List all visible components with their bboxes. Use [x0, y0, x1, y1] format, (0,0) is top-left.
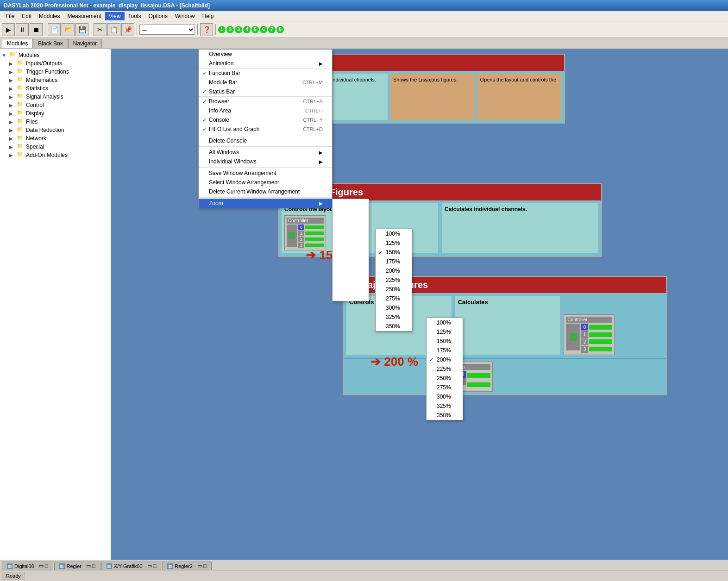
tab-blackbox[interactable]: Black Box	[33, 39, 68, 48]
menu-all-windows[interactable]: All Windows ▶	[199, 148, 332, 157]
menu-view[interactable]: View	[105, 12, 125, 20]
tree-expander-io[interactable]: ▶	[9, 61, 17, 66]
tree-data-reduction[interactable]: ▶ 📁 Data Reduction	[0, 126, 111, 134]
zoom2-325[interactable]: 325%	[376, 312, 412, 322]
stop-button[interactable]: ⏹	[30, 23, 43, 36]
tree-expander-special[interactable]: ▶	[9, 144, 17, 150]
save-button[interactable]: 💾	[75, 23, 88, 36]
menu-save-window[interactable]: Save Window Arrangement	[199, 169, 332, 178]
open-button[interactable]: 📂	[62, 23, 75, 36]
zoom3-325[interactable]: 325%	[427, 401, 463, 411]
tree-statistics[interactable]: ▶ 📁 Statistics	[0, 84, 111, 93]
pause-button[interactable]: ⏸	[16, 23, 29, 36]
tree-expander-files[interactable]: ▶	[9, 119, 17, 125]
zoom-100[interactable]: ✓100%	[333, 199, 369, 208]
menu-help[interactable]: Help	[199, 12, 218, 20]
menu-module-bar[interactable]: Module Bar CTRL+M	[199, 78, 332, 87]
zoom2-100[interactable]: 100%	[376, 229, 412, 238]
zoom3-175[interactable]: 175%	[427, 346, 463, 355]
nav-tab-regler[interactable]: ▦ Regler ▭ □	[54, 562, 100, 570]
menu-console[interactable]: ✓ Console CTRL+Y	[199, 115, 332, 125]
tree-expander-addon[interactable]: ▶	[9, 153, 17, 158]
menu-edit[interactable]: Edit	[18, 12, 35, 20]
zoom3-225[interactable]: 225%	[427, 364, 463, 374]
zoom2-125[interactable]: 125%	[376, 238, 412, 248]
zoom3-300[interactable]: 300%	[427, 392, 463, 401]
tree-modules[interactable]: ▼ 📁 Modules	[0, 51, 111, 59]
zoom3-200[interactable]: ✓200%	[427, 355, 463, 364]
menu-overview[interactable]: Overview	[199, 50, 332, 59]
tree-expander-network[interactable]: ▶	[9, 136, 17, 141]
tree-expander-data-reduction[interactable]: ▶	[9, 128, 17, 133]
nav-tab-controls-xygrafik[interactable]: ▭ □	[147, 563, 157, 569]
zoom3-100[interactable]: 100%	[427, 318, 463, 327]
menu-animation[interactable]: Animation ▶	[199, 59, 332, 68]
nav-tab-xygrafik[interactable]: ▦ X/Y-Grafik00 ▭ □	[101, 562, 162, 570]
zoom-200[interactable]: 200%	[333, 236, 369, 245]
tree-special[interactable]: ▶ 📁 Special	[0, 143, 111, 151]
zoom-250[interactable]: 250%	[333, 255, 369, 264]
tree-expander-math[interactable]: ▶	[9, 78, 17, 83]
tree-control[interactable]: ▶ 📁 Control	[0, 101, 111, 109]
menu-measurement[interactable]: Measurement	[63, 12, 105, 20]
help-toolbar-button[interactable]: ❓	[200, 23, 213, 36]
zoom2-225[interactable]: 225%	[376, 275, 412, 285]
tree-signal-analysis[interactable]: ▶ 📁 Signal Analysis	[0, 93, 111, 101]
menu-delete-console[interactable]: Delete Console	[199, 136, 332, 145]
zoom3-350[interactable]: 350%	[427, 411, 463, 420]
menu-options[interactable]: Options	[145, 12, 171, 20]
toolbar-dropdown[interactable]: —	[139, 25, 195, 35]
tree-mathematics[interactable]: ▶ 📁 Mathematics	[0, 76, 111, 84]
tab-navigator[interactable]: Navigator	[68, 39, 102, 48]
cut-button[interactable]: ✂	[94, 23, 107, 36]
new-button[interactable]: 📄	[48, 23, 61, 36]
zoom-325[interactable]: 325%	[333, 282, 369, 292]
zoom-275[interactable]: 275%	[333, 264, 369, 273]
menu-fifo[interactable]: ✓ FIFO List and Graph CTRL+D	[199, 125, 332, 134]
zoom-300[interactable]: 300%	[333, 273, 369, 282]
menu-delete-window[interactable]: Delete Current Window Arrangement	[199, 187, 332, 196]
menu-tools[interactable]: Tools	[125, 12, 145, 20]
nav-tab-controls-regler2[interactable]: ▭ □	[197, 563, 207, 569]
copy-button[interactable]: 📋	[107, 23, 120, 36]
tree-expander-signal[interactable]: ▶	[9, 94, 17, 100]
menu-file[interactable]: File	[2, 12, 18, 20]
tree-expander-stats[interactable]: ▶	[9, 86, 17, 91]
zoom2-175[interactable]: 175%	[376, 257, 412, 266]
menu-modules[interactable]: Modules	[35, 12, 63, 20]
menu-select-window[interactable]: Select Window Arrangement	[199, 178, 332, 187]
play-button[interactable]: ▶	[2, 23, 15, 36]
tree-trigger-functions[interactable]: ▶ 📁 Trigger Functions	[0, 68, 111, 76]
zoom2-275[interactable]: 275%	[376, 294, 412, 303]
tree-expander-control[interactable]: ▶	[9, 103, 17, 108]
nav-tab-controls-regler[interactable]: ▭ □	[86, 563, 95, 569]
zoom-150[interactable]: 150%	[333, 218, 369, 227]
zoom2-250[interactable]: 250%	[376, 285, 412, 294]
zoom-350[interactable]: 350%	[333, 292, 369, 301]
zoom3-150[interactable]: 150%	[427, 337, 463, 346]
zoom-125[interactable]: 125%	[333, 208, 369, 218]
zoom2-300[interactable]: 300%	[376, 303, 412, 312]
zoom3-275[interactable]: 275%	[427, 383, 463, 392]
tree-network[interactable]: ▶ 📁 Network	[0, 134, 111, 143]
menu-browser[interactable]: ✓ Browser CTRL+B	[199, 97, 332, 106]
zoom-175[interactable]: 175%	[333, 227, 369, 236]
tree-inputs-outputs[interactable]: ▶ 📁 Inputs/Outputs	[0, 59, 111, 68]
paste-button[interactable]: 📌	[121, 23, 134, 36]
tree-expander-trigger[interactable]: ▶	[9, 69, 17, 75]
tab-modules[interactable]: Modules	[2, 39, 33, 48]
tree-display[interactable]: ▶ 📁 Display	[0, 109, 111, 118]
nav-tab-digital00[interactable]: ▦ Digital00 ▭ □	[2, 562, 53, 570]
tree-addon[interactable]: ▶ 📁 Add-On Modules	[0, 151, 111, 159]
menu-zoom[interactable]: Zoom ▶ ✓100% 125% 150% 175% 200% 225% 25…	[199, 199, 332, 208]
menu-individual-windows[interactable]: Individual Windows ▶	[199, 157, 332, 166]
nav-tab-controls-digital00[interactable]: ▭ □	[39, 563, 48, 569]
tree-files[interactable]: ▶ 📁 Files	[0, 118, 111, 126]
menu-window[interactable]: Window	[171, 12, 199, 20]
tree-expander-modules[interactable]: ▼	[2, 53, 9, 58]
zoom2-350[interactable]: 350%	[376, 322, 412, 331]
zoom3-250[interactable]: 250%	[427, 374, 463, 383]
zoom-225[interactable]: 225%	[333, 245, 369, 255]
menu-info-area[interactable]: Info Area CTRL+I	[199, 106, 332, 115]
zoom3-125[interactable]: 125%	[427, 327, 463, 337]
